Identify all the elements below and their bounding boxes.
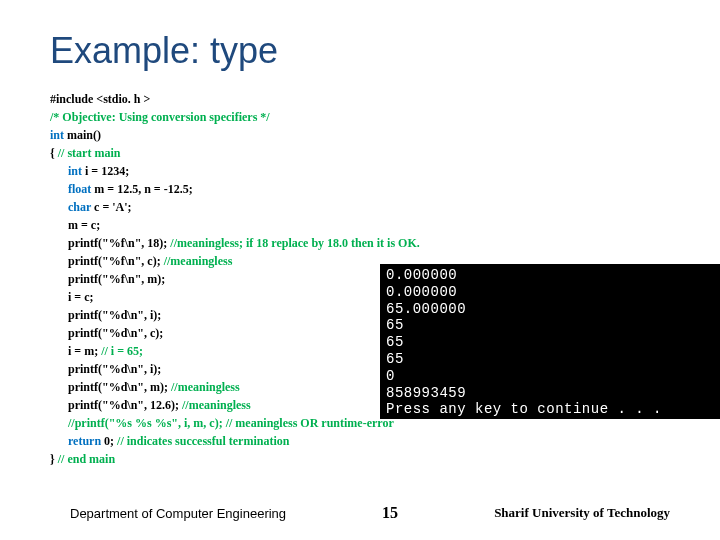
code-line: i = c; <box>50 288 680 306</box>
code-comment: // i = 65; <box>101 344 143 358</box>
code-comment: // start main <box>58 146 121 160</box>
code-line: printf("%d\n", m); //meaningless <box>50 378 680 396</box>
code-line: i = m; // i = 65; <box>50 342 680 360</box>
code-line: char c = 'A'; <box>50 198 680 216</box>
code-comment: //printf("%s %s %s", i, m, c); // meanin… <box>50 414 680 432</box>
code-text: { <box>50 146 58 160</box>
footer-university: Sharif University of Technology <box>494 505 670 521</box>
code-line: printf("%d\n", c); <box>50 324 680 342</box>
code-text: i = m; <box>68 344 101 358</box>
code-line: printf("%d\n", 12.6); //meaningless <box>50 396 680 414</box>
code-line: int main() <box>50 126 680 144</box>
keyword: int <box>68 164 82 178</box>
code-text: printf("%f\n", c); <box>68 254 164 268</box>
keyword: float <box>68 182 91 196</box>
code-line: #include <stdio. h > <box>50 90 680 108</box>
code-text: c = 'A'; <box>91 200 132 214</box>
code-line: printf("%d\n", i); <box>50 306 680 324</box>
footer: Department of Computer Engineering 15 Sh… <box>0 504 720 522</box>
page-number: 15 <box>382 504 398 522</box>
code-line: int i = 1234; <box>50 162 680 180</box>
slide: Example: type #include <stdio. h > /* Ob… <box>0 0 720 540</box>
code-text: i = 1234; <box>82 164 129 178</box>
code-line: printf("%f\n", c); //meaningless <box>50 252 680 270</box>
code-line: float m = 12.5, n = -12.5; <box>50 180 680 198</box>
code-line: } // end main <box>50 450 680 468</box>
code-block: #include <stdio. h > /* Objective: Using… <box>50 90 680 468</box>
code-comment: //meaningless <box>182 398 251 412</box>
keyword: return <box>68 434 101 448</box>
code-line: printf("%f\n", m); <box>50 270 680 288</box>
code-comment: // end main <box>58 452 115 466</box>
code-comment: //meaningless <box>171 380 240 394</box>
code-text: printf("%d\n", 12.6); <box>68 398 182 412</box>
code-line: return 0; // indicates successful termin… <box>50 432 680 450</box>
code-comment: // indicates successful termination <box>117 434 289 448</box>
code-text: } <box>50 452 58 466</box>
code-text: printf("%f\n", 18); <box>68 236 170 250</box>
code-text: m = 12.5, n = -12.5; <box>91 182 192 196</box>
code-text: 0; <box>101 434 117 448</box>
footer-department: Department of Computer Engineering <box>70 506 286 521</box>
keyword: char <box>68 200 91 214</box>
code-text: main() <box>64 128 101 142</box>
code-line: printf("%f\n", 18); //meaningless; if 18… <box>50 234 680 252</box>
slide-title: Example: type <box>50 30 680 72</box>
code-text: printf("%d\n", m); <box>68 380 171 394</box>
code-comment: //meaningless <box>164 254 233 268</box>
code-line: m = c; <box>50 216 680 234</box>
code-line: printf("%d\n", i); <box>50 360 680 378</box>
code-line: { // start main <box>50 144 680 162</box>
keyword: int <box>50 128 64 142</box>
code-comment: //meaningless; if 18 replace by 18.0 the… <box>170 236 419 250</box>
code-comment: /* Objective: Using conversion specifier… <box>50 108 680 126</box>
